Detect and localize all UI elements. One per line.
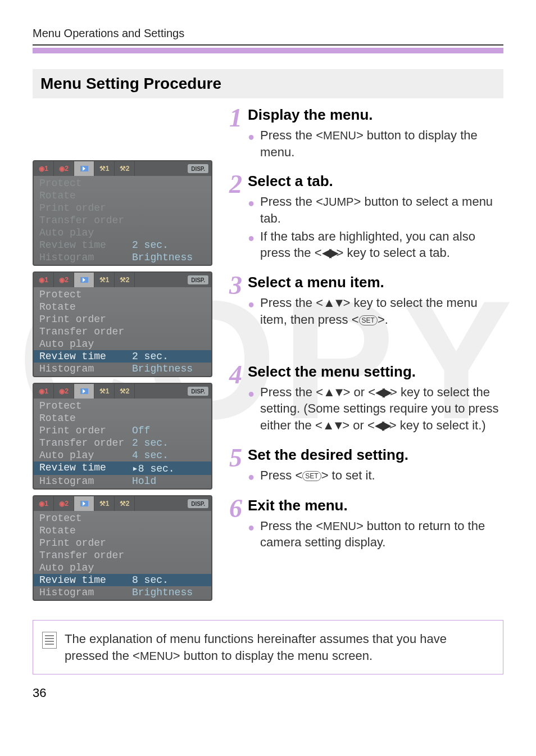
tab-playback xyxy=(74,496,94,511)
step-number: 5 xyxy=(225,446,242,469)
step-title: Select a menu item. xyxy=(248,274,503,291)
tab-tools2: ⚒2 xyxy=(115,384,135,399)
step-number: 2 xyxy=(225,173,242,196)
tab-tools2: ⚒2 xyxy=(115,161,135,176)
disp-badge: DISP. xyxy=(188,275,209,284)
bullet-icon: ● xyxy=(248,297,255,328)
menu-item-value: Hold xyxy=(132,476,156,487)
step-2: 2 Select a tab. ● Press the <JUMP> butto… xyxy=(225,173,503,262)
step-title: Select the menu setting. xyxy=(248,363,503,381)
page-number: 36 xyxy=(33,686,503,700)
horizontal-rule xyxy=(33,44,503,46)
menu-item-label: Protect xyxy=(39,178,132,189)
menu-item-value: Brightness xyxy=(132,587,193,598)
menu-item-label: Rotate xyxy=(39,413,132,424)
accent-rule xyxy=(33,48,503,53)
step-number: 6 xyxy=(225,497,242,520)
menu-item-label: Transfer order xyxy=(39,550,132,561)
menu-screenshot-3: ◉1 ◉2 ⚒1 ⚒2 DISP. Protect Rotate Print o… xyxy=(33,383,212,490)
tab-camera1: ◉1 xyxy=(34,161,54,176)
disp-badge: DISP. xyxy=(188,164,209,173)
menu-item-label: Auto play xyxy=(39,450,132,461)
menu-item-label: Rotate xyxy=(39,190,132,201)
menu-item-value: 2 sec. xyxy=(132,437,169,449)
menu-item-label: Histogram xyxy=(39,363,132,374)
step-4: 4 Select the menu setting. ● Press the <… xyxy=(225,363,503,435)
menu-item-value: 2 sec. xyxy=(132,351,169,362)
menu-item-label: Auto play xyxy=(39,227,132,238)
step-number: 4 xyxy=(225,363,242,386)
tab-tools1: ⚒1 xyxy=(94,496,115,511)
step-bullet-text: Press <SET> to set it. xyxy=(260,467,375,485)
step-title: Exit the menu. xyxy=(248,497,503,514)
step-6: 6 Exit the menu. ● Press the <MENU> butt… xyxy=(225,497,503,552)
step-3: 3 Select a menu item. ● Press the <▲▼> k… xyxy=(225,274,503,329)
menu-item-label: Print order xyxy=(39,314,132,325)
footer-note-text: The explanation of menu functions herein… xyxy=(65,631,494,664)
tab-camera2: ◉2 xyxy=(54,273,74,287)
tab-tools1: ⚒1 xyxy=(94,273,115,287)
menu-item-label: Print order xyxy=(39,425,132,436)
bullet-icon: ● xyxy=(248,520,255,551)
tab-camera2: ◉2 xyxy=(54,384,74,399)
disp-badge: DISP. xyxy=(188,387,209,396)
disp-badge: DISP. xyxy=(188,499,209,508)
menu-item-label: Histogram xyxy=(39,587,132,598)
menu-item-label: Print order xyxy=(39,202,132,214)
step-title: Select a tab. xyxy=(248,173,503,190)
note-icon xyxy=(42,632,57,649)
menu-item-value: ▸8 sec. xyxy=(132,462,175,474)
tab-playback xyxy=(74,161,94,176)
menu-item-value: Brightness xyxy=(132,363,193,374)
menu-item-label: Transfer order xyxy=(39,437,132,449)
step-bullet-text: Press the <MENU> button to display the m… xyxy=(260,127,503,160)
footer-note-box: The explanation of menu functions herein… xyxy=(33,620,503,674)
step-5: 5 Set the desired setting. ● Press <SET>… xyxy=(225,446,503,486)
menu-item-label: Histogram xyxy=(39,252,132,263)
breadcrumb: Menu Operations and Settings xyxy=(33,27,184,40)
menu-item-label: Auto play xyxy=(39,562,132,573)
menu-screenshot-4: ◉1 ◉2 ⚒1 ⚒2 DISP. Protect Rotate Print o… xyxy=(33,495,212,601)
section-title: Menu Setting Procedure xyxy=(33,69,503,98)
tab-tools1: ⚒1 xyxy=(94,384,115,399)
menu-item-label: Review time xyxy=(39,574,132,586)
tab-playback xyxy=(74,273,94,287)
step-bullet-text: Press the <▲▼> or <◀▶> key to select the… xyxy=(260,384,503,434)
menu-item-label: Transfer order xyxy=(39,326,132,337)
menu-item-label: Rotate xyxy=(39,301,132,313)
step-title: Display the menu. xyxy=(248,106,503,124)
menu-item-label: Auto play xyxy=(39,338,132,350)
tab-playback xyxy=(74,384,94,399)
bullet-icon: ● xyxy=(248,230,255,261)
tab-camera1: ◉1 xyxy=(34,384,54,399)
step-bullet-text: Press the <JUMP> button to select a menu… xyxy=(260,193,503,227)
menu-item-label: Protect xyxy=(39,289,132,300)
tab-tools2: ⚒2 xyxy=(115,496,135,511)
bullet-icon: ● xyxy=(248,196,255,227)
menu-screenshot-1: ◉1 ◉2 ⚒1 ⚒2 DISP. Protect Rotate Print o… xyxy=(33,160,212,266)
menu-item-label: Print order xyxy=(39,537,132,549)
menu-item-value: Off xyxy=(132,425,150,436)
tab-camera2: ◉2 xyxy=(54,161,74,176)
menu-item-label: Review time xyxy=(39,351,132,362)
tab-camera2: ◉2 xyxy=(54,496,74,511)
step-bullet-text: Press the <▲▼> key to select the menu it… xyxy=(260,295,503,328)
step-title: Set the desired setting. xyxy=(248,446,503,464)
menu-item-label: Histogram xyxy=(39,476,132,487)
tab-camera1: ◉1 xyxy=(34,496,54,511)
menu-item-value: Brightness xyxy=(132,252,193,263)
tab-camera1: ◉1 xyxy=(34,273,54,287)
menu-item-label: Rotate xyxy=(39,525,132,536)
step-number: 1 xyxy=(225,106,242,129)
menu-item-value: 2 sec. xyxy=(132,239,169,251)
step-bullet-text: Press the <MENU> button to return to the… xyxy=(260,518,503,551)
tab-tools1: ⚒1 xyxy=(94,161,115,176)
menu-item-label: Review time xyxy=(39,239,132,251)
bullet-icon: ● xyxy=(248,386,255,434)
step-number: 3 xyxy=(225,274,242,297)
menu-item-label: Transfer order xyxy=(39,215,132,226)
menu-item-value: 4 sec. xyxy=(132,450,169,461)
bullet-icon: ● xyxy=(248,129,255,160)
menu-screenshot-2: ◉1 ◉2 ⚒1 ⚒2 DISP. Protect Rotate Print o… xyxy=(33,271,212,377)
menu-item-label: Protect xyxy=(39,513,132,524)
